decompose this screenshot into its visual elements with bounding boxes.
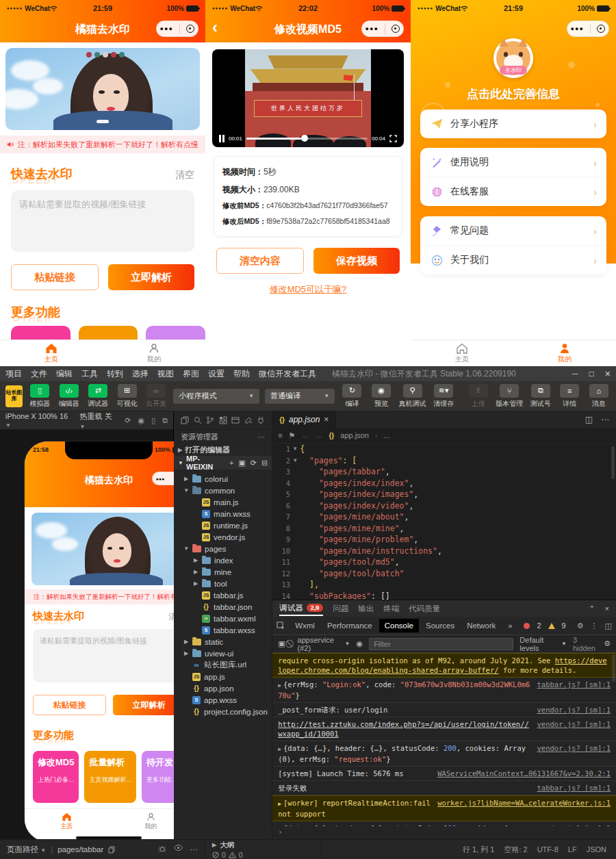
result-media-preview[interactable] [5, 48, 200, 130]
rotate-icon[interactable]: ⟳ [125, 416, 131, 425]
video-pause-pill[interactable] [97, 120, 109, 123]
close-button[interactable]: × [605, 368, 611, 379]
top-frame-icon[interactable]: ▣ [278, 639, 285, 648]
context-select[interactable]: appservice (#2)▼ [298, 636, 350, 652]
console-settings-icon[interactable]: ⚙ [604, 639, 611, 648]
language-mode[interactable]: JSON [587, 845, 606, 854]
menu-item-service[interactable]: 在线客服 › [420, 177, 606, 206]
video-player[interactable]: 世界人民大团结万岁 00:01 00:04 [212, 49, 404, 147]
menu-tools[interactable]: 工具 [81, 368, 98, 380]
search-icon[interactable] [194, 416, 202, 424]
hot-reload-select[interactable]: 热重载 关 ▼ [79, 411, 118, 430]
save-video-button[interactable]: 保存视频 [313, 248, 400, 274]
menu-file[interactable]: 文件 [31, 368, 47, 380]
bookmark-icon[interactable]: ⚑ [289, 431, 296, 440]
maximize-button[interactable]: □ [589, 369, 594, 379]
tree-item-tool[interactable]: ▶tool [174, 578, 272, 589]
dock-side-icon[interactable]: ◫ [605, 621, 612, 630]
devtab-network[interactable]: Network [461, 619, 501, 632]
settings-gear-icon[interactable]: ⚙ [577, 621, 584, 630]
paste-link-button[interactable]: 粘贴链接 [11, 264, 99, 290]
source-link[interactable]: worker.js?libName=WA…celerateWorker.js:1 [437, 798, 611, 808]
eye-icon[interactable]: ◉ [357, 639, 363, 648]
new-folder-icon[interactable]: ▣ [238, 459, 245, 467]
console-scrollbar[interactable] [612, 654, 615, 682]
link-input[interactable] [11, 190, 194, 252]
menu-select[interactable]: 选择 [132, 368, 149, 380]
tab-home[interactable]: 主页 [411, 340, 513, 366]
tree-item-colorui[interactable]: ▶colorui [174, 473, 272, 485]
clear-link[interactable]: 清空 [175, 169, 194, 181]
progress-slider[interactable] [246, 138, 368, 140]
collapse-all-icon[interactable]: ⊟ [261, 459, 268, 467]
bug-icon[interactable] [158, 845, 166, 853]
tab-terminal[interactable]: 终端 [383, 604, 399, 614]
tree-item-appjson[interactable]: {}app.json [174, 682, 272, 694]
indent-setting[interactable]: 空格: 2 [504, 845, 527, 855]
tree-item-mine[interactable]: ▶mine [174, 566, 272, 578]
tree-item-appjs[interactable]: JSapp.js [174, 671, 272, 682]
more-actions-icon[interactable]: ⋯ [190, 845, 198, 854]
tree-item-uviewui[interactable]: ▶uview-ui [174, 648, 272, 659]
detail-button[interactable]: ≡详情 [558, 384, 581, 409]
capsule-menu-button[interactable]: ●●● [361, 21, 404, 37]
editor-scrollbar[interactable] [611, 446, 615, 479]
sim-link-input[interactable] [33, 629, 185, 682]
device-select[interactable]: iPhone X 100% 16 ▼ [5, 412, 73, 428]
feature-card-batch[interactable]: 批量解析主页视频解析... [84, 751, 136, 803]
test-id-button[interactable]: ⧉测试号 [529, 384, 552, 409]
message-button[interactable]: ⌂消息 [587, 384, 611, 409]
console-log-list[interactable]: require cross-origin isolation as of M92… [272, 653, 616, 826]
console-prompt[interactable]: › [272, 826, 616, 840]
tree-item-mainwxss[interactable]: Smain.wxss [174, 508, 272, 520]
menu-item-usage[interactable]: 使用说明 › [420, 148, 606, 177]
kebab-menu-icon[interactable]: ⋮ [591, 621, 598, 630]
close-icon[interactable]: × [324, 415, 329, 424]
copy-icon[interactable] [108, 846, 115, 854]
menu-item-share[interactable]: 分享小程序 › [420, 110, 606, 138]
more-tabs-icon[interactable]: » [502, 619, 517, 632]
tree-item-pages[interactable]: ▼pages [174, 543, 272, 554]
capsule-menu-button[interactable]: ●●● [567, 21, 609, 37]
devtab-performance[interactable]: Performance [322, 619, 378, 632]
capsule-menu-button[interactable]: ●●● [156, 21, 198, 37]
account-avatar[interactable]: 站长图库 [5, 385, 23, 407]
simulator-toggle-button[interactable]: ▯模拟器 [28, 384, 51, 409]
menu-edit[interactable]: 编辑 [56, 368, 73, 380]
encoding[interactable]: UTF-8 [537, 845, 559, 854]
fullscreen-icon[interactable] [389, 135, 397, 142]
tab-code-quality[interactable]: 代码质量 [409, 604, 440, 614]
multi-window-icon[interactable]: ⧉ [162, 416, 168, 425]
tree-item-tabbarwxml[interactable]: ‹›tabbar.wxml [174, 613, 272, 624]
inspect-icon[interactable] [277, 621, 285, 630]
eye-icon[interactable] [174, 845, 183, 851]
compile-button[interactable]: ↻编译 [340, 384, 363, 409]
source-link[interactable]: vendor.js? [sm]:1 [537, 705, 611, 715]
mode-select[interactable]: 小程序模式▼ [173, 389, 259, 404]
more-actions-icon[interactable]: ⋯ [257, 433, 265, 441]
source-link[interactable]: WAServiceMainContext…06131667&v=2.30.2:1 [437, 769, 611, 778]
page-path-select[interactable]: 页面路径 ▼ [7, 845, 46, 855]
devtab-wxml[interactable]: Wxml [290, 619, 320, 632]
nav-back-icon[interactable]: ← [301, 431, 309, 439]
tree-item-appwxss[interactable]: Sapp.wxss [174, 694, 272, 706]
tab-home[interactable]: 主页 [25, 809, 109, 834]
breadcrumb-more[interactable]: ... [384, 431, 390, 439]
tree-item-tabbarwxss[interactable]: Stabbar.wxss [174, 624, 272, 636]
paste-link-button[interactable]: 粘贴链接 [33, 695, 106, 715]
debugger-toggle-button[interactable]: ⇄调试器 [86, 384, 110, 409]
project-root-row[interactable]: ▼MP-WEIXIN + ▣ ⟳ ⊟ [174, 456, 272, 470]
plugin-icon[interactable] [257, 416, 265, 424]
outline-section[interactable]: ▶大纲 [212, 841, 314, 850]
device-frame-icon[interactable]: ▯ [151, 416, 155, 425]
nav-forward-icon[interactable]: → [315, 431, 322, 439]
tab-mine[interactable]: 我的 [513, 340, 616, 366]
devtab-console[interactable]: Console [379, 619, 419, 632]
parse-now-button[interactable]: 立即解析 [108, 264, 194, 290]
menu-project[interactable]: 项目 [5, 368, 22, 380]
feature-card-md5[interactable]: 修改MD5上热门必备... [33, 751, 79, 803]
code-editor[interactable]: 1▼{ 2▼ "pages": [ 3 "pages/tabbar", 4 "p… [272, 444, 616, 600]
version-manage-button[interactable]: ⑂版本管理 [496, 384, 524, 409]
menu-help[interactable]: 帮助 [233, 368, 250, 380]
tree-item-tabbarjs[interactable]: JStabbar.js [174, 589, 272, 601]
